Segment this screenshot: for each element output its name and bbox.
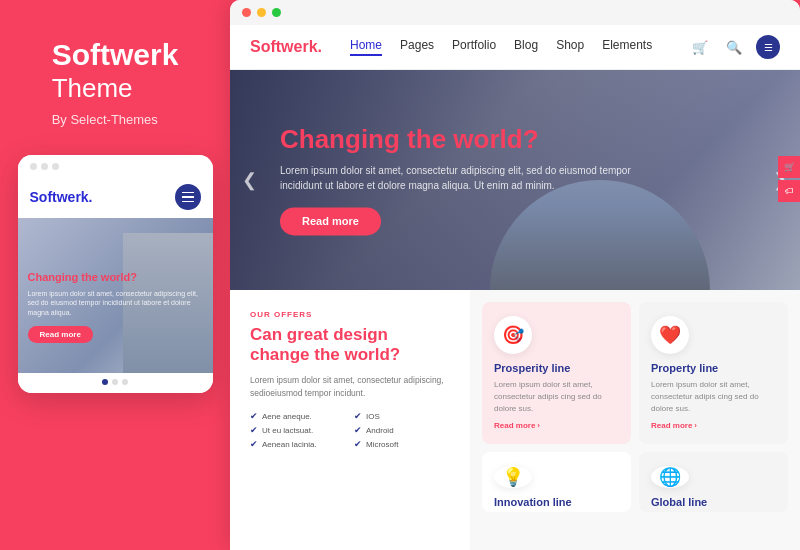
list-item: ✔ Ut eu lactsuat. xyxy=(250,425,346,435)
property-card-icon: ❤️ xyxy=(651,316,689,354)
menu-icon[interactable]: ☰ xyxy=(756,35,780,59)
property-card-desc: Lorem ipsum dolor sit amet, consectetur … xyxy=(651,379,776,415)
offers-item-text: Aene aneque. xyxy=(262,412,312,421)
mobile-hero-title: Changing the world? xyxy=(28,270,203,284)
offers-item-text: Android xyxy=(366,426,394,435)
check-icon: ✔ xyxy=(354,425,362,435)
browser-dot-green[interactable] xyxy=(272,8,281,17)
desktop-content: OUR OFFERS Can great design change the w… xyxy=(230,290,800,550)
nav-link-home[interactable]: Home xyxy=(350,38,382,56)
desktop-logo: Softwerk. xyxy=(250,38,322,56)
property-card: ❤️ Property line Lorem ipsum dolor sit a… xyxy=(639,302,788,444)
mobile-hero-content: Changing the world? Lorem ipsum dolor si… xyxy=(28,270,203,343)
hamburger-line-1 xyxy=(182,192,194,194)
mobile-menu-icon[interactable] xyxy=(175,184,201,210)
cart-icon[interactable]: 🛒 xyxy=(688,35,712,59)
mobile-nav-dot-3[interactable] xyxy=(122,379,128,385)
mobile-hero: Changing the world? Lorem ipsum dolor si… xyxy=(18,218,213,373)
mobile-hero-title-plain: Changing the xyxy=(28,271,98,283)
nav-link-pages[interactable]: Pages xyxy=(400,38,434,56)
mobile-dot-3 xyxy=(52,163,59,170)
offers-label: OUR OFFERS xyxy=(250,310,450,319)
nav-link-blog[interactable]: Blog xyxy=(514,38,538,56)
property-link-text: Read more xyxy=(651,421,692,430)
browser-dot-red[interactable] xyxy=(242,8,251,17)
offers-title: Can great design change the world? xyxy=(250,325,450,366)
prosperity-link-text: Read more xyxy=(494,421,535,430)
mobile-dot-2 xyxy=(41,163,48,170)
mobile-nav-dot-1[interactable] xyxy=(102,379,108,385)
desktop-nav-links: Home Pages Portfolio Blog Shop Elements xyxy=(350,38,688,56)
offers-item-text: Aenean lacinia. xyxy=(262,440,317,449)
mobile-nav: Softwerk. xyxy=(18,176,213,218)
feature-cards: 🎯 Prosperity line Lorem ipsum dolor sit … xyxy=(470,290,800,550)
card3-title: Innovation line xyxy=(494,496,619,508)
check-icon: ✔ xyxy=(354,411,362,421)
card-3: 💡 Innovation line xyxy=(482,452,631,512)
desktop-nav-icons: 🛒 🔍 ☰ xyxy=(688,35,780,59)
offers-title-plain: Can great design xyxy=(250,325,388,344)
offers-item-text: IOS xyxy=(366,412,380,421)
hero-title-accent: world? xyxy=(453,124,538,154)
prosperity-card-desc: Lorem ipsum dolor sit amet, consectetur … xyxy=(494,379,619,415)
hero-body-text: Lorem ipsum dolor sit amet, consectetur … xyxy=(280,164,640,194)
property-card-title: Property line xyxy=(651,362,776,374)
mobile-read-more-button[interactable]: Read more xyxy=(28,326,93,343)
hamburger-line-3 xyxy=(182,201,194,203)
hero-cta-button[interactable]: Read more xyxy=(280,208,381,236)
mobile-dot-1 xyxy=(30,163,37,170)
offers-title-plain2: change the xyxy=(250,345,340,364)
desktop-hero: Changing the world? Lorem ipsum dolor si… xyxy=(230,70,800,290)
prosperity-read-more[interactable]: Read more › xyxy=(494,421,619,430)
list-item: ✔ Android xyxy=(354,425,450,435)
search-icon[interactable]: 🔍 xyxy=(722,35,746,59)
desktop-preview: Softwerk. Home Pages Portfolio Blog Shop… xyxy=(230,0,800,550)
chevron-right-icon: › xyxy=(537,421,540,430)
offers-section: OUR OFFERS Can great design change the w… xyxy=(230,290,470,550)
chevron-right-icon: › xyxy=(694,421,697,430)
left-panel: Softwerk Theme By Select-Themes Softwerk… xyxy=(0,0,230,550)
desktop-logo-text: Softwerk. xyxy=(250,38,322,55)
hamburger-line-2 xyxy=(182,196,194,198)
prosperity-card-title: Prosperity line xyxy=(494,362,619,374)
desktop-nav: Softwerk. Home Pages Portfolio Blog Shop… xyxy=(230,25,800,70)
brand-title: Softwerk xyxy=(52,38,179,71)
hero-prev-arrow[interactable]: ❮ xyxy=(242,169,257,191)
check-icon: ✔ xyxy=(250,439,258,449)
brand-theme-label: Theme xyxy=(52,73,179,104)
mobile-hero-text: Lorem ipsum dolor sit amet, consectetur … xyxy=(28,289,203,318)
hero-title-plain: Changing the xyxy=(280,124,446,154)
brand-by: By Select-Themes xyxy=(52,112,179,127)
side-badge-tag[interactable]: 🏷 xyxy=(778,180,800,202)
mobile-bar xyxy=(18,155,213,176)
browser-bar xyxy=(230,0,800,25)
offers-title-accent: world? xyxy=(344,345,400,364)
card4-icon: 🌐 xyxy=(651,466,689,488)
mobile-nav-dot-2[interactable] xyxy=(112,379,118,385)
mobile-hero-title-accent: world? xyxy=(101,271,137,283)
property-read-more[interactable]: Read more › xyxy=(651,421,776,430)
offers-item-text: Ut eu lactsuat. xyxy=(262,426,313,435)
offers-description: Lorem ipsum dolor sit amet, consectetur … xyxy=(250,374,450,400)
nav-link-elements[interactable]: Elements xyxy=(602,38,652,56)
prosperity-card-icon: 🎯 xyxy=(494,316,532,354)
list-item: ✔ IOS xyxy=(354,411,450,421)
hero-side-badges: 🛒 🏷 xyxy=(778,156,800,204)
list-item: ✔ Aene aneque. xyxy=(250,411,346,421)
mobile-nav-dots xyxy=(18,373,213,393)
side-badge-cart[interactable]: 🛒 xyxy=(778,156,800,178)
desktop-hero-content: Changing the world? Lorem ipsum dolor si… xyxy=(280,124,640,235)
card3-icon: 💡 xyxy=(494,466,532,488)
brand-name: Softwerk Theme By Select-Themes xyxy=(52,38,179,127)
offers-list: ✔ Aene aneque. ✔ IOS ✔ Ut eu lactsuat. ✔… xyxy=(250,411,450,449)
list-item: ✔ Microsoft xyxy=(354,439,450,449)
check-icon: ✔ xyxy=(250,425,258,435)
prosperity-card: 🎯 Prosperity line Lorem ipsum dolor sit … xyxy=(482,302,631,444)
mobile-logo: Softwerk. xyxy=(30,189,93,205)
nav-link-shop[interactable]: Shop xyxy=(556,38,584,56)
check-icon: ✔ xyxy=(250,411,258,421)
offers-item-text: Microsoft xyxy=(366,440,398,449)
browser-dot-yellow[interactable] xyxy=(257,8,266,17)
nav-link-portfolio[interactable]: Portfolio xyxy=(452,38,496,56)
check-icon: ✔ xyxy=(354,439,362,449)
